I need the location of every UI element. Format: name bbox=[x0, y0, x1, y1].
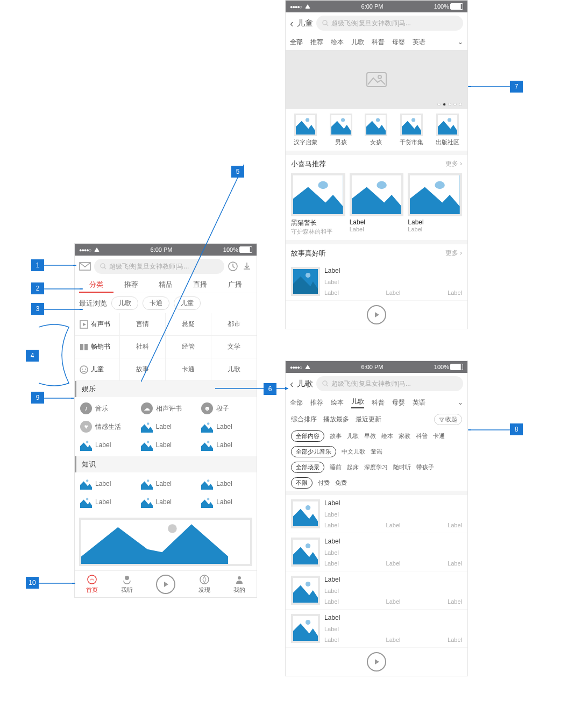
more-link[interactable]: 更多 › bbox=[445, 159, 462, 169]
tab-boutique[interactable]: 精品 bbox=[148, 277, 183, 293]
filter-option[interactable]: 深度学习 bbox=[364, 463, 388, 471]
grid-cell[interactable]: 经管 bbox=[166, 336, 211, 358]
recent-chip[interactable]: 儿歌 bbox=[111, 296, 138, 310]
grid-cell[interactable]: 言情 bbox=[120, 313, 166, 335]
sort-option[interactable]: 播放最多 bbox=[323, 415, 349, 424]
grid-item[interactable]: Label bbox=[136, 436, 196, 454]
filter-option[interactable]: 睡前 bbox=[330, 463, 342, 471]
category-item[interactable]: 出版社区 bbox=[436, 114, 459, 146]
grid-cell[interactable]: 文学 bbox=[211, 336, 257, 358]
list-item[interactable]: LabelLabelLabelLabelLabel bbox=[286, 495, 467, 533]
sub-tab[interactable]: 推荐 bbox=[310, 38, 323, 47]
sub-tab[interactable]: 绘本 bbox=[331, 38, 344, 47]
grid-cell[interactable]: 悬疑 bbox=[166, 313, 211, 335]
nav-home[interactable]: 首页 bbox=[86, 574, 98, 594]
filter-pill[interactable]: 不限 bbox=[291, 477, 313, 489]
recent-chip[interactable]: 卡通 bbox=[143, 296, 169, 310]
filter-option[interactable]: 中文儿歌 bbox=[342, 448, 365, 456]
search-input[interactable]: 超级飞侠|复旦女神教师|马... bbox=[316, 376, 463, 391]
search-input[interactable]: 超级飞侠|复旦女神教师|马... bbox=[94, 259, 224, 274]
tab-recommend[interactable]: 推荐 bbox=[113, 277, 148, 293]
nav-mine[interactable]: 我的 bbox=[233, 574, 245, 594]
sub-tab[interactable]: 全部 bbox=[290, 398, 303, 407]
grid-item[interactable]: Label bbox=[75, 436, 136, 454]
filter-option[interactable]: 绘本 bbox=[381, 432, 393, 440]
sort-option[interactable]: 综合排序 bbox=[291, 415, 317, 424]
sub-tab[interactable]: 科普 bbox=[372, 398, 385, 407]
list-item[interactable]: LabelLabelLabelLabelLabel bbox=[286, 533, 467, 571]
grid-cell[interactable]: 社科 bbox=[120, 336, 166, 358]
chevron-down-icon[interactable]: ⌄ bbox=[458, 38, 463, 46]
filter-option[interactable]: 儿歌 bbox=[347, 432, 359, 440]
tab-category[interactable]: 分类 bbox=[79, 277, 113, 293]
back-icon[interactable]: ‹ bbox=[290, 378, 294, 390]
chevron-down-icon[interactable]: ⌄ bbox=[458, 399, 463, 406]
list-item[interactable]: LabelLabelLabelLabelLabel bbox=[286, 610, 467, 648]
sub-tab[interactable]: 儿歌 bbox=[351, 397, 364, 408]
filter-option[interactable]: 早教 bbox=[364, 432, 376, 440]
sub-tab[interactable]: 英语 bbox=[413, 398, 425, 407]
category-item[interactable]: 干货市集 bbox=[400, 114, 423, 146]
back-icon[interactable]: ‹ bbox=[290, 17, 294, 30]
sub-tab[interactable]: 英语 bbox=[413, 38, 425, 47]
play-button[interactable] bbox=[367, 652, 386, 672]
filter-pill[interactable]: 全部场景 bbox=[291, 462, 324, 473]
filter-pill[interactable]: 全部内容 bbox=[291, 430, 324, 442]
grid-cell[interactable]: 都市 bbox=[211, 313, 257, 335]
filter-option[interactable]: 付费 bbox=[318, 479, 330, 487]
filter-option[interactable]: 故事 bbox=[330, 432, 342, 440]
grid-item[interactable]: ♥情感生活 bbox=[75, 418, 136, 436]
download-icon[interactable] bbox=[242, 261, 252, 272]
sub-tab[interactable]: 绘本 bbox=[331, 398, 344, 407]
filter-option[interactable]: 随时听 bbox=[393, 463, 411, 471]
grid-item[interactable]: Label bbox=[75, 475, 136, 493]
card[interactable]: LabelLabel bbox=[408, 173, 462, 236]
mail-icon[interactable] bbox=[79, 262, 91, 271]
category-item[interactable]: 汉字启蒙 bbox=[294, 114, 317, 146]
grid-item[interactable]: ☁相声评书 bbox=[136, 399, 196, 418]
list-item[interactable]: Label Label LabelLabelLabel bbox=[286, 263, 467, 301]
category-item[interactable]: 男孩 bbox=[330, 114, 352, 146]
category-item[interactable]: 女孩 bbox=[365, 114, 387, 146]
tab-live[interactable]: 直播 bbox=[183, 277, 217, 293]
nav-listen[interactable]: 我听 bbox=[121, 574, 133, 594]
more-link[interactable]: 更多 › bbox=[445, 249, 462, 258]
grid-item[interactable]: Label bbox=[136, 475, 196, 493]
tab-radio[interactable]: 广播 bbox=[218, 277, 252, 293]
grid-item[interactable]: ♪音乐 bbox=[75, 399, 136, 418]
grid-item[interactable]: Label bbox=[75, 493, 136, 511]
sort-option[interactable]: 最近更新 bbox=[356, 415, 381, 424]
banner[interactable] bbox=[79, 518, 252, 566]
filter-pill[interactable]: 全部少儿音乐 bbox=[291, 446, 336, 457]
history-icon[interactable] bbox=[228, 261, 238, 272]
search-input[interactable]: 超级飞侠|复旦女神教师|马... bbox=[316, 16, 463, 31]
grid-item[interactable]: Label bbox=[136, 493, 196, 511]
sub-tab[interactable]: 推荐 bbox=[310, 398, 323, 407]
filter-option[interactable]: 童谣 bbox=[371, 448, 382, 456]
sub-tab[interactable]: 全部 bbox=[290, 38, 303, 47]
grid-item[interactable]: Label bbox=[196, 418, 257, 436]
filter-option[interactable]: 起床 bbox=[347, 463, 359, 471]
list-item[interactable]: LabelLabelLabelLabelLabel bbox=[286, 571, 467, 610]
row-head[interactable]: 有声书 bbox=[75, 313, 120, 335]
grid-cell[interactable]: 故事 bbox=[120, 358, 166, 380]
play-button[interactable] bbox=[367, 305, 386, 324]
sub-tab[interactable]: 母婴 bbox=[392, 398, 405, 407]
card[interactable]: LabelLabel bbox=[350, 173, 404, 236]
filter-option[interactable]: 卡通 bbox=[433, 432, 445, 440]
sub-tab[interactable]: 科普 bbox=[372, 38, 385, 47]
grid-item[interactable]: Label bbox=[136, 418, 196, 436]
nav-play[interactable] bbox=[156, 575, 175, 594]
filter-option[interactable]: 带孩子 bbox=[416, 463, 434, 471]
grid-cell[interactable]: 卡通 bbox=[166, 358, 211, 380]
grid-cell[interactable]: 儿歌 bbox=[211, 358, 257, 380]
grid-item[interactable]: ☻段子 bbox=[196, 399, 257, 418]
recent-chip[interactable]: 儿童 bbox=[174, 296, 201, 310]
sub-tab[interactable]: 儿歌 bbox=[351, 38, 364, 47]
grid-item[interactable]: Label bbox=[196, 475, 257, 493]
row-head[interactable]: 儿童 bbox=[75, 358, 120, 380]
card[interactable]: 黑猫警长守护森林的和平 bbox=[291, 173, 345, 236]
nav-discover[interactable]: 发现 bbox=[198, 574, 210, 594]
sub-tab[interactable]: 母婴 bbox=[392, 38, 405, 47]
hero-banner[interactable] bbox=[286, 50, 467, 109]
